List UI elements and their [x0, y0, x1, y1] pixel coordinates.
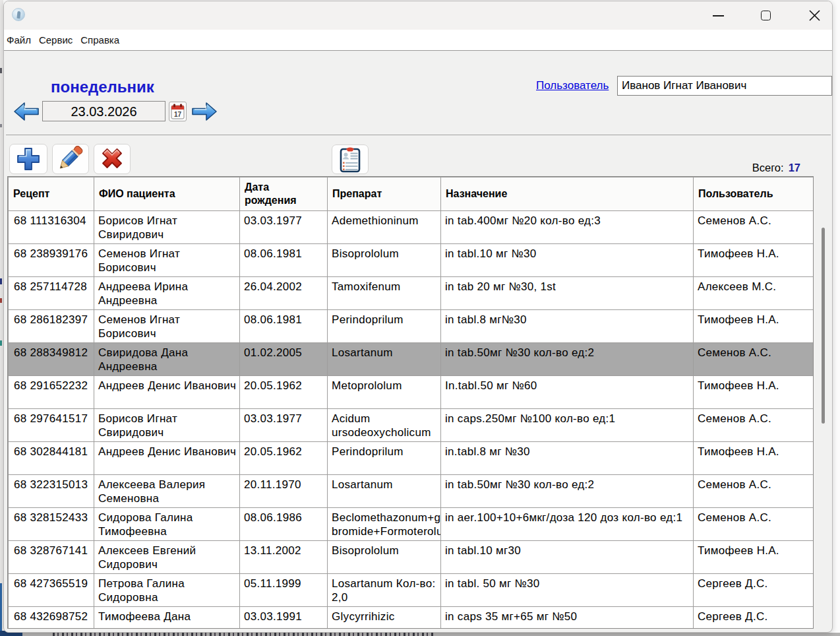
table-row[interactable]: 68 427365519Петрова Галина Сидоровна05.1… — [9, 574, 814, 607]
cell-patient[interactable]: Андреева Ирина Андреевна — [94, 277, 240, 310]
menu-item-service[interactable]: Сервис — [39, 34, 73, 46]
cell-birthdate[interactable]: 08.06.1981 — [240, 244, 328, 277]
cell-prescription[interactable]: in tabl.10 мг №30 — [441, 244, 694, 277]
cell-patient[interactable]: Андреев Денис Иванович — [94, 442, 240, 475]
cell-drug[interactable]: Acidum ursodeoxycholicum — [328, 409, 441, 442]
cell-birthdate[interactable]: 03.03.1977 — [240, 211, 328, 244]
cell-prescription[interactable]: in tab.50мг №30 кол-во ед:2 — [441, 475, 694, 508]
cell-recipe[interactable]: 68 238939176 — [9, 244, 94, 277]
cell-recipe[interactable]: 68 291652232 — [9, 376, 94, 409]
report-button[interactable] — [332, 144, 369, 174]
cell-prescription[interactable]: in tab.400мг №20 кол-во ед:3 — [441, 211, 694, 244]
cell-drug[interactable]: Bisoprololum — [328, 541, 441, 574]
cell-patient[interactable]: Петрова Галина Сидоровна — [94, 574, 240, 607]
cell-drug[interactable]: Perindoprilum — [328, 442, 441, 475]
add-button[interactable] — [9, 144, 47, 174]
cell-drug[interactable]: Ademethioninum — [328, 211, 441, 244]
vertical-scrollbar-thumb[interactable] — [822, 228, 825, 424]
cell-prescription[interactable]: in tabl.8 мг№30 — [441, 310, 694, 343]
cell-recipe[interactable]: 68 286182397 — [9, 310, 94, 343]
cell-patient[interactable]: Семенов Игнат Борисович — [94, 310, 240, 343]
cell-birthdate[interactable]: 13.11.2002 — [240, 541, 328, 574]
cell-prescription[interactable]: in caps 35 мг+65 мг №50 — [441, 607, 694, 629]
cell-recipe[interactable]: 68 432698752 — [9, 607, 94, 629]
cell-recipe[interactable]: 68 427365519 — [9, 574, 94, 607]
cell-prescription[interactable]: in.tabl.8 мг №30 — [441, 442, 694, 475]
table-row[interactable]: 68 297641517Борисов Игнат Свиридович03.0… — [9, 409, 814, 442]
cell-drug[interactable]: Tamoxifenum — [328, 277, 441, 310]
cell-recipe[interactable]: 68 328152433 — [9, 508, 94, 541]
cell-drug[interactable]: Losartanum — [328, 343, 441, 376]
cell-birthdate[interactable]: 03.03.1991 — [240, 607, 328, 629]
cell-user[interactable]: Тимофеев Н.А. — [694, 376, 814, 409]
maximize-button[interactable] — [750, 1, 781, 30]
cell-birthdate[interactable]: 03.03.1977 — [240, 409, 328, 442]
cell-user[interactable]: Семенов А.С. — [694, 508, 814, 541]
cell-patient[interactable]: Сидорова Галина Тимофеевна — [94, 508, 240, 541]
cell-user[interactable]: Семенов А.С. — [694, 409, 814, 442]
cell-prescription[interactable]: in aer.100+10+6мкг/доза 120 доз кол-во е… — [441, 508, 694, 541]
cell-drug[interactable]: Losartanum Кол-во: 2,0 — [328, 574, 441, 607]
cell-patient[interactable]: Семенов Игнат Борисович — [94, 244, 240, 277]
cell-user[interactable]: Семенов А.С. — [694, 343, 814, 376]
cell-user[interactable]: Тимофеев Н.А. — [694, 541, 814, 574]
calendar-button[interactable]: 17 — [169, 102, 187, 121]
cell-birthdate[interactable]: 26.04.2002 — [240, 277, 328, 310]
cell-prescription[interactable]: in tabl.10 мг30 — [441, 541, 694, 574]
menu-item-help[interactable]: Справка — [80, 34, 119, 46]
cell-drug[interactable]: Perindoprilum — [328, 310, 441, 343]
cell-prescription[interactable]: In.tabl.50 мг №60 — [441, 376, 694, 409]
cell-prescription[interactable]: in tabl. 50 мг №30 — [441, 574, 694, 607]
cell-drug[interactable]: Glycyrrihizic — [328, 607, 441, 629]
close-button[interactable] — [799, 1, 829, 30]
cell-drug[interactable]: Bisoprololum — [328, 244, 441, 277]
cell-user[interactable]: Семенов А.С. — [694, 211, 814, 244]
cell-birthdate[interactable]: 08.06.1981 — [240, 310, 328, 343]
cell-birthdate[interactable]: 20.05.1962 — [240, 442, 328, 475]
table-row[interactable]: 68 432698752Тимофеева Дана03.03.1991Glyc… — [9, 607, 814, 629]
cell-birthdate[interactable]: 20.05.1962 — [240, 376, 328, 409]
table-row[interactable]: 68 286182397Семенов Игнат Борисович08.06… — [9, 310, 814, 343]
cell-recipe[interactable]: 68 322315013 — [9, 475, 94, 508]
cell-patient[interactable]: Борисов Игнат Свиридович — [94, 211, 240, 244]
delete-button[interactable] — [94, 144, 131, 174]
cell-recipe[interactable]: 68 257114728 — [9, 277, 94, 310]
cell-drug[interactable]: Losartanum — [328, 475, 441, 508]
cell-prescription[interactable]: in tab 20 мг №30, 1st — [441, 277, 694, 310]
cell-user[interactable]: Семенов А.С. — [694, 475, 814, 508]
cell-user[interactable]: Тимофеев Н.А. — [694, 442, 814, 475]
minimize-button[interactable] — [703, 1, 733, 30]
cell-user[interactable]: Сергеев Д.С. — [694, 607, 814, 629]
cell-birthdate[interactable]: 01.02.2005 — [240, 343, 328, 376]
cell-prescription[interactable]: in caps.250мг №100 кол-во ед:1 — [441, 409, 694, 442]
edit-button[interactable] — [52, 144, 89, 174]
cell-birthdate[interactable]: 08.06.1986 — [240, 508, 328, 541]
table-row[interactable]: 68 291652232Андреев Денис Иванович20.05.… — [9, 376, 814, 409]
table-row[interactable]: 68 257114728Андреева Ирина Андреевна26.0… — [9, 277, 814, 310]
cell-user[interactable]: Сергеев Д.С. — [694, 574, 814, 607]
table-row[interactable]: 68 328767141Алексеев Евгений Сидорович13… — [9, 541, 814, 574]
cell-patient[interactable]: Алексеева Валерия Семеновна — [94, 475, 240, 508]
table-row[interactable]: 68 238939176Семенов Игнат Борисович08.06… — [9, 244, 814, 277]
date-input[interactable] — [42, 101, 165, 121]
cell-patient[interactable]: Тимофеева Дана — [94, 607, 240, 629]
next-day-button[interactable] — [191, 100, 218, 124]
user-link[interactable]: Пользователь — [536, 79, 609, 92]
cell-patient[interactable]: Свиридова Дана Андреевна — [94, 343, 240, 376]
cell-prescription[interactable]: in tab.50мг №30 кол-во ед:2 — [441, 343, 694, 376]
cell-drug[interactable]: Metoprololum — [328, 376, 441, 409]
cell-birthdate[interactable]: 20.11.1970 — [240, 475, 328, 508]
cell-user[interactable]: Тимофеев Н.А. — [694, 310, 814, 343]
cell-patient[interactable]: Борисов Игнат Свиридович — [94, 409, 240, 442]
cell-recipe[interactable]: 68 111316304 — [9, 211, 94, 244]
cell-patient[interactable]: Андреев Денис Иванович — [94, 376, 240, 409]
user-input[interactable] — [617, 76, 832, 96]
table-row[interactable]: 68 111316304Борисов Игнат Свиридович03.0… — [9, 211, 814, 244]
previous-day-button[interactable] — [13, 100, 40, 124]
cell-recipe[interactable]: 68 288349812 — [9, 343, 94, 376]
table-row[interactable]: 68 288349812Свиридова Дана Андреевна01.0… — [9, 343, 814, 376]
cell-recipe[interactable]: 68 302844181 — [9, 442, 94, 475]
table-row[interactable]: 68 302844181Андреев Денис Иванович20.05.… — [9, 442, 814, 475]
cell-patient[interactable]: Алексеев Евгений Сидорович — [94, 541, 240, 574]
menu-item-file[interactable]: Файл — [7, 34, 31, 46]
